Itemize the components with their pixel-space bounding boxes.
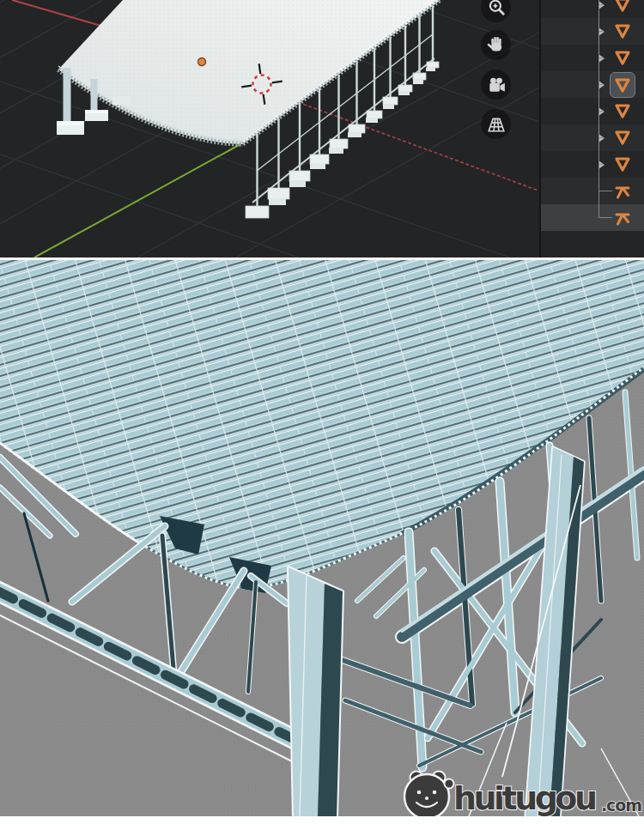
- magnifier-plus-icon: [487, 0, 506, 17]
- pan-button[interactable]: [481, 30, 511, 60]
- outliner-row-mesh-1[interactable]: [541, 0, 644, 18]
- mesh-data-icon[interactable]: [613, 21, 632, 40]
- grid-icon: [487, 115, 506, 134]
- mesh-data-icon[interactable]: [613, 101, 632, 120]
- empty-axes-icon[interactable]: [613, 181, 632, 200]
- expand-arrow-icon[interactable]: [598, 107, 605, 116]
- watermark-suffix: .com: [601, 796, 642, 815]
- mesh-data-icon[interactable]: [613, 48, 632, 67]
- hand-icon: [487, 36, 506, 55]
- camera-icon: [487, 76, 506, 94]
- camera-view-button[interactable]: [481, 70, 511, 100]
- mesh-data-icon[interactable]: [613, 128, 632, 147]
- viewport-canvas[interactable]: [0, 0, 539, 258]
- outliner-row-mesh-5[interactable]: [541, 98, 644, 124]
- mesh-data-icon-active[interactable]: [610, 72, 635, 98]
- outliner-row-mesh-3[interactable]: [541, 45, 644, 71]
- outliner-row-mesh-2[interactable]: [541, 18, 644, 45]
- blender-top-panel: [0, 0, 644, 258]
- structure-closeup-render: huitugou .com: [0, 258, 644, 824]
- mesh-data-icon[interactable]: [613, 0, 632, 14]
- expand-arrow-icon[interactable]: [598, 54, 605, 63]
- outliner-row-mesh-4-active[interactable]: [541, 71, 644, 98]
- screenshot-root: huitugou .com: [0, 0, 644, 824]
- footer-white-bar: [0, 816, 644, 824]
- viewport-3d[interactable]: [0, 0, 539, 258]
- outliner-row-mesh-6[interactable]: [541, 124, 644, 151]
- expand-arrow-icon[interactable]: [598, 1, 605, 9]
- outliner-panel: [539, 0, 644, 258]
- mesh-data-icon[interactable]: [613, 154, 632, 173]
- expand-arrow-icon[interactable]: [598, 27, 605, 36]
- expand-arrow-icon[interactable]: [598, 134, 605, 142]
- expand-arrow-icon[interactable]: [598, 81, 605, 89]
- render-image: huitugou .com: [0, 260, 644, 824]
- empty-axes-icon[interactable]: [613, 208, 632, 227]
- outliner-row-empty-1[interactable]: [541, 178, 644, 204]
- watermark-text: huitugou: [453, 779, 598, 817]
- projection-toggle-button[interactable]: [481, 109, 511, 139]
- origin-dot: [198, 58, 206, 66]
- outliner-row-mesh-7[interactable]: [541, 151, 644, 178]
- corner-column: [289, 567, 343, 818]
- outliner-row-empty-2-selected[interactable]: [541, 204, 644, 231]
- expand-arrow-icon[interactable]: [598, 161, 605, 169]
